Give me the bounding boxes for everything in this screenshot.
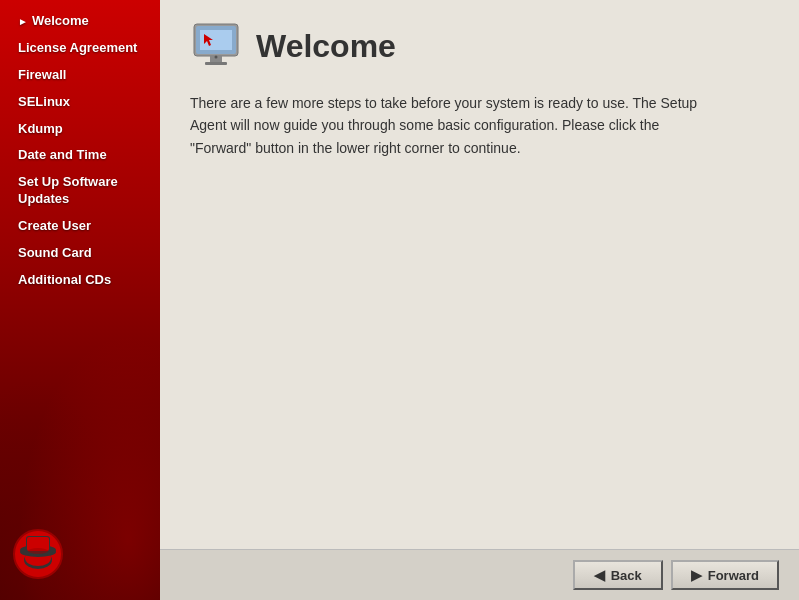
svg-point-7 bbox=[28, 548, 48, 554]
sidebar-logo bbox=[0, 518, 160, 590]
sidebar-item-label: Additional CDs bbox=[18, 272, 111, 289]
sidebar-item-label: Sound Card bbox=[18, 245, 92, 262]
sidebar-item-label: Create User bbox=[18, 218, 91, 235]
forward-label: Forward bbox=[708, 568, 759, 583]
page-title: Welcome bbox=[256, 28, 396, 65]
sidebar-item-label: Kdump bbox=[18, 121, 63, 138]
redhat-logo-icon bbox=[12, 528, 64, 580]
welcome-icon bbox=[190, 20, 242, 72]
back-button[interactable]: ◀ Back bbox=[573, 560, 663, 590]
sidebar-item-create-user[interactable]: Create User bbox=[0, 213, 160, 240]
sidebar-item-label: Firewall bbox=[18, 67, 66, 84]
main-content: Welcome There are a few more steps to ta… bbox=[160, 0, 799, 600]
page-header: Welcome bbox=[190, 20, 769, 72]
sidebar-item-license[interactable]: License Agreement bbox=[0, 35, 160, 62]
welcome-body-text: There are a few more steps to take befor… bbox=[190, 92, 710, 159]
svg-point-13 bbox=[215, 56, 218, 59]
sidebar-item-software-updates[interactable]: Set Up Software Updates bbox=[0, 169, 160, 213]
sidebar-item-label: License Agreement bbox=[18, 40, 137, 57]
sidebar-item-sound-card[interactable]: Sound Card bbox=[0, 240, 160, 267]
sidebar-item-selinux[interactable]: SELinux bbox=[0, 89, 160, 116]
active-arrow-icon: ► bbox=[18, 15, 28, 28]
footer: ◀ Back ▶ Forward bbox=[160, 549, 799, 600]
forward-icon: ▶ bbox=[691, 567, 702, 583]
forward-button[interactable]: ▶ Forward bbox=[671, 560, 779, 590]
sidebar-item-label: Set Up Software Updates bbox=[18, 174, 152, 208]
back-icon: ◀ bbox=[594, 567, 605, 583]
back-label: Back bbox=[611, 568, 642, 583]
sidebar-item-additional-cds[interactable]: Additional CDs bbox=[0, 267, 160, 294]
sidebar-item-label: Date and Time bbox=[18, 147, 107, 164]
sidebar-item-datetime[interactable]: Date and Time bbox=[0, 142, 160, 169]
sidebar: ► Welcome License Agreement Firewall SEL… bbox=[0, 0, 160, 600]
sidebar-item-firewall[interactable]: Firewall bbox=[0, 62, 160, 89]
sidebar-item-label: Welcome bbox=[32, 13, 89, 30]
content-area: Welcome There are a few more steps to ta… bbox=[160, 0, 799, 549]
sidebar-item-label: SELinux bbox=[18, 94, 70, 111]
sidebar-item-kdump[interactable]: Kdump bbox=[0, 116, 160, 143]
sidebar-item-welcome[interactable]: ► Welcome bbox=[0, 8, 160, 35]
sidebar-nav: ► Welcome License Agreement Firewall SEL… bbox=[0, 0, 160, 518]
svg-rect-12 bbox=[205, 62, 227, 65]
